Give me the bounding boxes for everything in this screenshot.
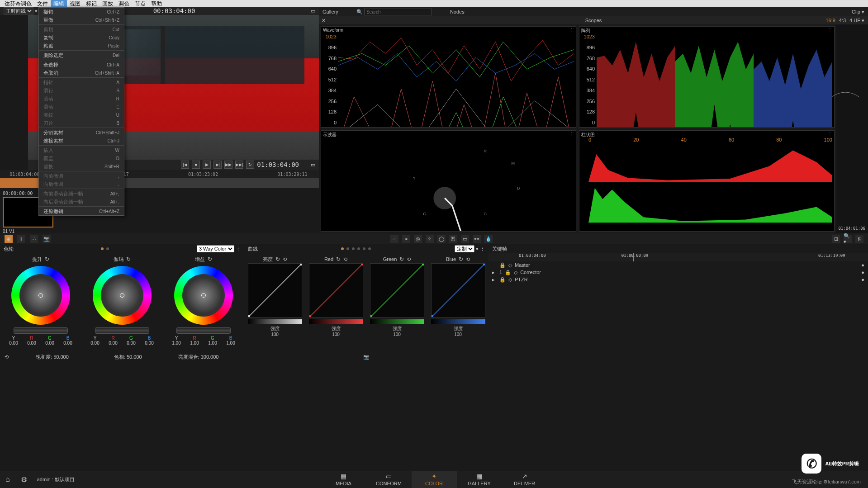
menu-回放[interactable]: 回放 — [100, 0, 116, 8]
menu-item-连接素材[interactable]: 连接素材Ctrl+J — [39, 137, 124, 145]
clip-dropdown[interactable]: Clip ▾ — [852, 9, 864, 15]
gallery-tab[interactable]: Gallery — [323, 9, 338, 14]
kf-track-Master[interactable]: 🔒◇Master● — [489, 261, 868, 269]
timeline-select[interactable]: 主时间线 — [4, 7, 33, 14]
page-tab-gallery[interactable]: ▦GALLERY — [457, 471, 502, 488]
stereo-icon[interactable]: 👓 — [473, 235, 481, 243]
next-clip-button[interactable]: ▶▶| — [235, 161, 243, 169]
intensity-slider[interactable] — [248, 319, 302, 324]
menu-item-重做[interactable]: 重做Ctrl+Shift+Z — [39, 16, 124, 24]
search-icon[interactable]: 🔍▾ — [844, 235, 852, 243]
edit-menu-dropdown[interactable]: 撤销Ctrl+Z重做Ctrl+Shift+Z剪切Cut复制Copy粘贴Paste… — [38, 7, 124, 216]
scope-menu-icon[interactable]: ⋮ — [569, 28, 574, 33]
section-menu-icon[interactable]: ⋮ — [236, 246, 241, 251]
jog-wheel[interactable] — [14, 327, 68, 334]
ratio-4-3[interactable]: 4:3 — [839, 18, 846, 24]
copy-icon[interactable]: ⎘ — [855, 235, 863, 243]
curve-editor[interactable] — [309, 263, 363, 317]
curve-editor[interactable] — [248, 263, 302, 317]
menu-item-撤销[interactable]: 撤销Ctrl+Z — [39, 8, 124, 16]
key-icon[interactable]: ⚿ — [449, 235, 457, 243]
grid-icon[interactable]: ⊞ — [832, 235, 840, 243]
hue-icon[interactable]: ≈ — [402, 235, 410, 243]
link-icon[interactable]: ⟲ — [283, 256, 287, 262]
kf-track-Corrector[interactable]: ▸1🔒◇Corrector● — [489, 269, 868, 276]
jog-wheel[interactable] — [95, 327, 149, 334]
menu-帮助[interactable]: 帮助 — [148, 0, 165, 8]
tracker-icon[interactable]: ◯ — [437, 235, 446, 243]
jog-wheel[interactable] — [176, 327, 231, 334]
color-wheel[interactable] — [11, 266, 70, 325]
snapshot-icon[interactable]: 📷 — [363, 354, 370, 360]
menu-item-复制[interactable]: 复制Copy — [39, 33, 124, 42]
page-tab-conform[interactable]: ▭CONFORM — [366, 471, 412, 488]
window-icon[interactable]: ✧ — [426, 235, 434, 243]
settings-icon[interactable]: ⚙ — [15, 475, 33, 484]
page-tab-media[interactable]: ▦MEDIA — [321, 471, 366, 488]
play-button[interactable]: ▶ — [203, 161, 211, 169]
reset-icon[interactable]: ↻ — [459, 256, 463, 262]
stop-button[interactable]: ■ — [192, 161, 200, 169]
ratio-16-9[interactable]: 16:9 — [825, 18, 835, 24]
reset-icon[interactable]: ↻ — [208, 256, 212, 262]
intensity-slider[interactable] — [370, 319, 424, 324]
loop-button[interactable]: ↻ — [246, 161, 254, 169]
reset-icon[interactable]: ↻ — [275, 256, 280, 262]
expand-icon[interactable]: ▭ — [311, 162, 315, 168]
reset-icon[interactable]: ↻ — [399, 256, 404, 262]
menu-达芬奇调色[interactable]: 达芬奇调色 — [2, 0, 34, 8]
qualifier-icon[interactable]: ◎ — [414, 235, 422, 243]
camera-icon[interactable]: 📷 — [43, 235, 51, 243]
curves-icon[interactable]: ⟋ — [390, 235, 398, 243]
menu-item-粘贴[interactable]: 粘贴Paste — [39, 42, 124, 50]
reset-icon[interactable]: ↻ — [126, 256, 131, 262]
sizing-icon[interactable]: ▭ — [461, 235, 469, 243]
curve-editor[interactable] — [431, 263, 485, 317]
scope-layout-dropdown[interactable]: 4 UF ▾ — [849, 18, 864, 24]
nodes-tab[interactable]: Nodes — [450, 9, 465, 14]
color-wheel[interactable] — [93, 266, 152, 325]
page-tab-color[interactable]: ✦COLOR — [412, 471, 457, 488]
color-wheel[interactable] — [174, 266, 233, 325]
link-icon[interactable]: ⟲ — [466, 256, 470, 262]
playhead[interactable] — [633, 253, 634, 261]
curve-mode-select[interactable]: 定制 — [455, 245, 474, 252]
wheel-mode-select[interactable]: 3 Way Color — [197, 245, 234, 252]
reset-all-icon[interactable]: ⟲ — [5, 354, 9, 360]
menu-item-全选择[interactable]: 全选择Ctrl+A — [39, 61, 124, 69]
prev-clip-button[interactable]: |◀ — [181, 161, 189, 169]
kf-track-PTZR[interactable]: ▸🔒◇PTZR● — [489, 276, 868, 283]
menu-item-分割素材[interactable]: 分割素材Ctrl+Shift+J — [39, 128, 124, 137]
menu-节点[interactable]: 节点 — [132, 0, 148, 8]
link-icon[interactable]: ⟲ — [343, 256, 347, 262]
bars-icon[interactable]: ⦀ — [17, 235, 25, 243]
scope-menu-icon[interactable]: ⋮ — [828, 28, 832, 33]
close-icon[interactable]: ✕ — [322, 18, 326, 24]
log-icon[interactable]: ∴ — [30, 235, 38, 243]
home-icon[interactable]: ⌂ — [0, 475, 15, 483]
blur-icon[interactable]: 💧 — [484, 235, 493, 243]
link-icon[interactable]: ⟲ — [407, 256, 411, 262]
section-menu-icon[interactable]: ⋮ — [480, 246, 485, 251]
menu-item-删除选定[interactable]: 删除选定Del — [39, 51, 124, 59]
intensity-slider[interactable] — [309, 319, 363, 324]
reset-icon[interactable]: ↻ — [45, 256, 49, 262]
node-graph[interactable]: 01:04:01:06 — [836, 24, 868, 233]
menu-文件[interactable]: 文件 — [34, 0, 51, 8]
menu-调色[interactable]: 调色 — [116, 0, 132, 8]
curve-editor[interactable] — [370, 263, 424, 317]
menu-视图[interactable]: 视图 — [67, 0, 83, 8]
intensity-slider[interactable] — [431, 319, 485, 324]
menu-item-全取消[interactable]: 全取消Ctrl+Shift+A — [39, 69, 124, 77]
fast-fwd-button[interactable]: ▶▶ — [224, 161, 232, 169]
menu-item-还原撤销[interactable]: 还原撤销Ctrl+Alt+Z — [39, 207, 124, 215]
menu-标记[interactable]: 标记 — [83, 0, 100, 8]
menu-编辑[interactable]: 编辑 — [51, 0, 67, 8]
scope-menu-icon[interactable]: ⋮ — [828, 132, 832, 137]
search-input[interactable] — [364, 9, 432, 15]
reset-icon[interactable]: ↻ — [336, 256, 341, 262]
page-tab-deliver[interactable]: ↗DELIVER — [502, 471, 547, 488]
fullscreen-icon[interactable]: ▭ — [311, 8, 315, 14]
wheels-icon[interactable]: ◉ — [5, 235, 13, 243]
next-frame-button[interactable]: ▶| — [213, 161, 222, 169]
